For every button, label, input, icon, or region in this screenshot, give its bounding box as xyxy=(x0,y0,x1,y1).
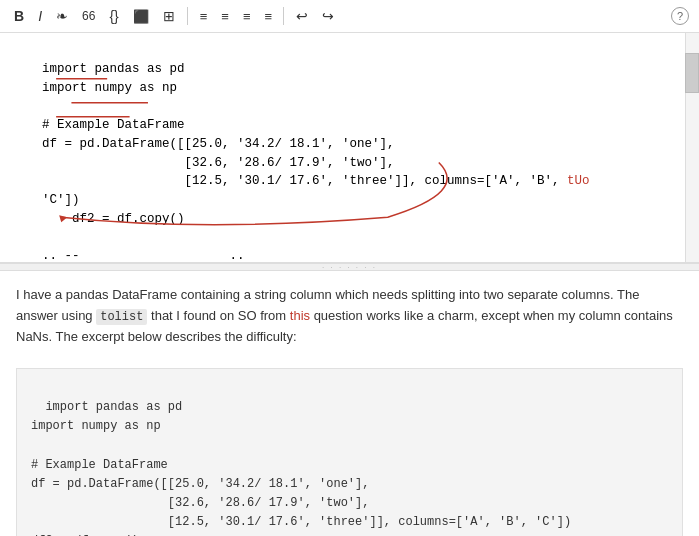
code-line-4: df = pd.DataFrame([[25.0, '34.2/ 18.1', … xyxy=(12,137,395,151)
resize-dots: · · · · · · · xyxy=(322,263,377,272)
code-line-3: # Example DataFrame xyxy=(12,118,185,132)
cb-line-5: [32.6, '28.6/ 17.9', 'two'], xyxy=(31,496,369,510)
unordered-list-button[interactable]: ≡ xyxy=(217,7,233,26)
dedent-button[interactable]: ≡ xyxy=(261,7,276,26)
code-block: import pandas as pd import numpy as np #… xyxy=(16,368,683,536)
italic-button[interactable]: I xyxy=(34,6,46,26)
table-button[interactable]: ⊞ xyxy=(159,6,179,26)
editor-content[interactable]: import pandas as pd import numpy as np #… xyxy=(0,33,699,262)
code-line-9: .. -- .. xyxy=(12,249,245,262)
cb-line-3: # Example DataFrame xyxy=(31,458,168,472)
cb-line-6: [12.5, '30.1/ 17.6', 'three']], columns=… xyxy=(31,515,571,529)
cb-line-4: df = pd.DataFrame([[25.0, '34.2/ 18.1', … xyxy=(31,477,369,491)
code-line-8: df2 = df.copy() xyxy=(12,212,185,226)
question-text-after: that I found on SO from xyxy=(147,308,289,323)
this-link[interactable]: this xyxy=(290,308,310,323)
code-button[interactable]: {} xyxy=(105,6,122,26)
question-text: I have a pandas DataFrame containing a s… xyxy=(16,285,683,348)
editor-toolbar: B I ❧ 66 {} ⬛ ⊞ ≡ ≡ ≡ ≡ ↩ ↪ ? xyxy=(0,0,699,33)
code-line-7: 'C']) xyxy=(12,193,80,207)
ordered-list-button[interactable]: ≡ xyxy=(196,7,212,26)
code-editor[interactable]: import pandas as pd import numpy as np #… xyxy=(0,33,699,263)
code-line-2: import numpy as np xyxy=(12,81,177,95)
undo-button[interactable]: ↩ xyxy=(292,6,312,26)
indent-button[interactable]: ≡ xyxy=(239,7,255,26)
help-button[interactable]: ? xyxy=(671,7,689,25)
scrollbar-thumb[interactable] xyxy=(685,53,699,93)
question-area: I have a pandas DataFrame containing a s… xyxy=(0,271,699,358)
bold-button[interactable]: B xyxy=(10,6,28,26)
toolbar-right: ? xyxy=(671,7,689,25)
toolbar-separator xyxy=(187,7,188,25)
quote-button[interactable]: 66 xyxy=(78,7,99,25)
code-line-6: [12.5, '30.1/ 17.6', 'three']], columns=… xyxy=(12,174,590,188)
code-line-5: [32.6, '28.6/ 17.9', 'two'], xyxy=(12,156,395,170)
cb-line-2: import numpy as np xyxy=(31,419,161,433)
redo-button[interactable]: ↪ xyxy=(318,6,338,26)
image-button[interactable]: ⬛ xyxy=(129,7,153,26)
editor-scrollbar[interactable] xyxy=(685,33,699,262)
cb-line-1: import pandas as pd xyxy=(45,400,182,414)
toolbar-separator-2 xyxy=(283,7,284,25)
inline-code-tolist: tolist xyxy=(96,309,147,325)
link-button[interactable]: ❧ xyxy=(52,6,72,26)
code-line-1: import pandas as pd xyxy=(12,62,185,76)
resize-handle[interactable]: · · · · · · · xyxy=(0,263,699,271)
